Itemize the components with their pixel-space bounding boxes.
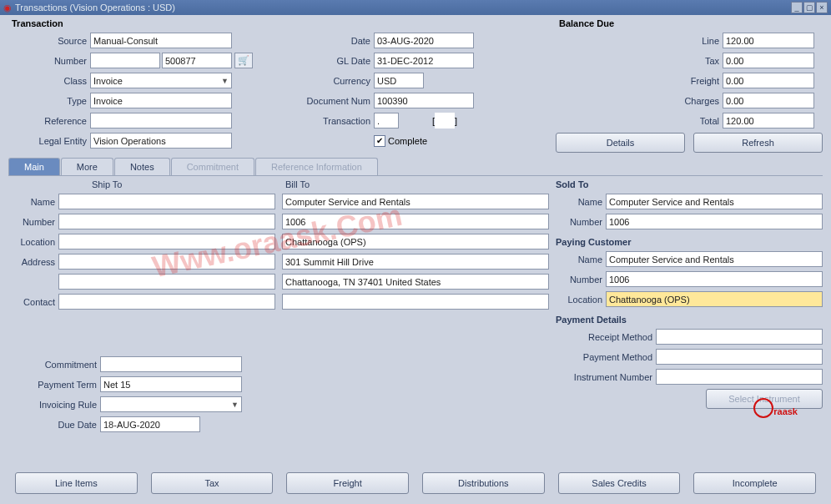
date-label: Date <box>282 36 374 46</box>
legal-entity-field[interactable] <box>90 133 232 149</box>
balance-freight-label: Freight <box>556 76 723 86</box>
balance-total-field[interactable] <box>723 113 814 129</box>
due-date-label: Due Date <box>12 420 100 430</box>
bill-location-field[interactable] <box>282 234 549 249</box>
doc-num-field[interactable] <box>374 93 474 108</box>
number-label: Number <box>8 56 90 66</box>
date-field[interactable] <box>374 33 474 48</box>
commitment-field[interactable] <box>100 356 242 372</box>
balance-tax-label: Tax <box>556 56 723 66</box>
ship-number-field[interactable] <box>58 214 275 229</box>
transaction-a-field[interactable] <box>374 113 399 129</box>
receipt-method-field[interactable] <box>656 329 823 345</box>
balance-due-label: Balance Due <box>559 18 823 28</box>
tab-reference-info[interactable]: Reference Information <box>255 158 378 175</box>
payment-term-field[interactable] <box>100 376 242 392</box>
payment-details-label: Payment Details <box>556 315 823 325</box>
class-label: Class <box>8 76 90 86</box>
bill-to-header: Bill To <box>285 179 549 189</box>
paying-name-field[interactable] <box>606 251 823 267</box>
ship-name-label: Name <box>8 197 58 207</box>
transaction-link-label: Transaction <box>282 116 374 126</box>
class-select[interactable]: Invoice▼ <box>90 73 232 88</box>
source-field[interactable] <box>90 33 232 48</box>
ship-number-label: Number <box>8 217 58 227</box>
gl-date-label: GL Date <box>282 56 374 66</box>
refresh-button[interactable]: Refresh <box>693 133 823 153</box>
gl-date-field[interactable] <box>374 53 474 68</box>
balance-line-field[interactable] <box>723 33 814 48</box>
ship-contact-field[interactable] <box>58 294 275 310</box>
doc-num-label: Document Num <box>282 96 374 106</box>
bill-name-field[interactable] <box>282 194 549 209</box>
sold-name-label: Name <box>556 197 606 207</box>
tax-button[interactable]: Tax <box>151 472 274 494</box>
maximize-button[interactable]: ▢ <box>803 2 815 13</box>
currency-field[interactable] <box>374 73 424 88</box>
instrument-number-field[interactable] <box>656 369 823 385</box>
reference-field[interactable] <box>90 113 232 129</box>
complete-label: Complete <box>388 136 427 146</box>
minimize-button[interactable]: _ <box>791 2 803 13</box>
payment-term-label: Payment Term <box>12 380 100 390</box>
close-button[interactable]: × <box>816 2 828 13</box>
paying-name-label: Name <box>556 255 606 265</box>
oracle-icon: ◉ <box>3 3 12 13</box>
bill-address1-field[interactable] <box>282 254 549 270</box>
number-field[interactable] <box>162 53 232 68</box>
type-field[interactable] <box>90 93 232 108</box>
ship-address2-field[interactable] <box>58 274 275 290</box>
balance-tax-field[interactable] <box>723 53 814 68</box>
number-prefix-field[interactable] <box>90 53 160 68</box>
details-button[interactable]: Details <box>556 133 685 153</box>
tab-notes[interactable]: Notes <box>114 158 170 175</box>
due-date-field[interactable] <box>100 416 200 432</box>
balance-freight-field[interactable] <box>723 73 814 88</box>
bill-address2-field[interactable] <box>282 274 549 290</box>
instrument-number-label: Instrument Number <box>556 372 656 382</box>
freight-button[interactable]: Freight <box>286 472 409 494</box>
reference-label: Reference <box>8 116 90 126</box>
paying-number-label: Number <box>556 275 606 285</box>
legal-entity-label: Legal Entity <box>8 136 90 146</box>
balance-charges-field[interactable] <box>723 93 814 108</box>
invoicing-rule-select[interactable]: ▼ <box>100 396 242 412</box>
type-label: Type <box>8 96 90 106</box>
balance-total-label: Total <box>556 116 723 126</box>
payment-method-field[interactable] <box>656 349 823 365</box>
ship-location-field[interactable] <box>58 234 275 249</box>
paying-customer-label: Paying Customer <box>556 237 823 247</box>
transaction-b-field[interactable] <box>435 113 455 129</box>
tab-main[interactable]: Main <box>8 158 60 175</box>
bill-number-field[interactable] <box>282 214 549 229</box>
line-items-button[interactable]: Line Items <box>15 472 138 494</box>
distributions-button[interactable]: Distributions <box>422 472 545 494</box>
ship-location-label: Location <box>8 237 58 247</box>
payment-method-label: Payment Method <box>556 352 656 362</box>
paying-location-label: Location <box>556 295 606 305</box>
ship-address-label: Address <box>8 257 58 267</box>
paying-number-field[interactable] <box>606 271 823 287</box>
ship-name-field[interactable] <box>58 194 275 209</box>
source-label: Source <box>8 36 90 46</box>
ship-address1-field[interactable] <box>58 254 275 270</box>
window-title: Transactions (Vision Operations : USD) <box>15 3 791 13</box>
sold-number-field[interactable] <box>606 214 823 229</box>
tab-more[interactable]: More <box>61 158 113 175</box>
sold-to-label: Sold To <box>556 179 823 189</box>
ship-contact-label: Contact <box>8 297 58 307</box>
incomplete-button[interactable]: Incomplete <box>693 472 816 494</box>
transaction-section-label: Transaction <box>12 18 549 28</box>
bill-contact-field[interactable] <box>282 294 549 310</box>
ship-to-header: Ship To <box>92 179 275 189</box>
sales-credits-button[interactable]: Sales Credits <box>558 472 681 494</box>
complete-checkbox[interactable]: ✔ <box>374 135 385 147</box>
tab-commitment[interactable]: Commitment <box>171 158 254 175</box>
cart-icon[interactable]: 🛒 <box>234 53 253 68</box>
sold-number-label: Number <box>556 217 606 227</box>
paying-location-field[interactable] <box>606 291 823 307</box>
select-instrument-button[interactable]: Select Instrument <box>706 389 823 409</box>
balance-charges-label: Charges <box>556 96 723 106</box>
balance-line-label: Line <box>556 36 723 46</box>
sold-name-field[interactable] <box>606 194 823 209</box>
